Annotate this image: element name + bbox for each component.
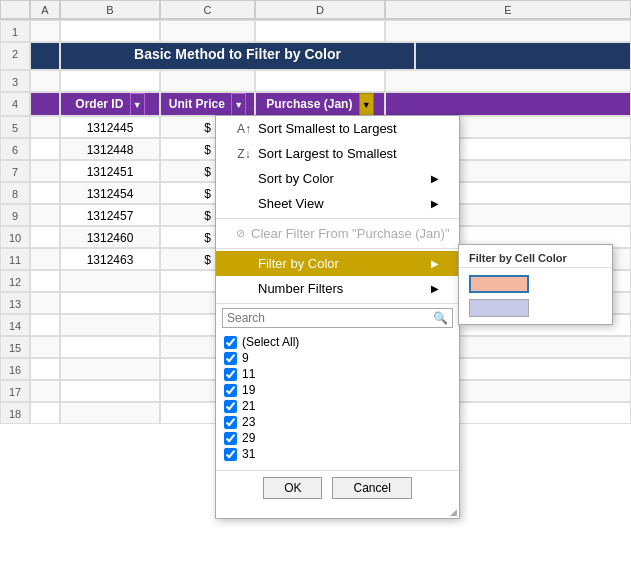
color-swatch-lavender[interactable] [469, 299, 529, 317]
spreadsheet-container: A B C D E 1 2 Basic Method to Filter by … [0, 0, 631, 584]
row-num-9: 9 [0, 204, 30, 226]
checkbox-list: (Select All) 9 11 19 21 23 [216, 332, 459, 466]
row-num-4: 4 [0, 92, 30, 116]
checkbox-31[interactable]: 31 [224, 446, 451, 462]
row-num-16: 16 [0, 358, 30, 380]
cell-e3 [385, 70, 631, 92]
cell-b10: 1312460 [60, 226, 160, 248]
cell-a5 [30, 116, 60, 138]
filter-color-submenu: Filter by Cell Color [458, 244, 613, 325]
unit-price-dropdown[interactable]: ▼ [231, 93, 246, 116]
checkbox-23-input[interactable] [224, 416, 237, 429]
row-num-12: 12 [0, 270, 30, 292]
search-box[interactable]: 🔍 [222, 308, 453, 328]
cell-a10 [30, 226, 60, 248]
cell-a11 [30, 248, 60, 270]
col-header-b: B [60, 0, 160, 19]
cell-a4 [30, 92, 60, 116]
submenu-title: Filter by Cell Color [459, 249, 612, 268]
row-num-5: 5 [0, 116, 30, 138]
checkbox-31-input[interactable] [224, 448, 237, 461]
menu-sort-asc[interactable]: A↑ Sort Smallest to Largest [216, 116, 459, 141]
cell-a14 [30, 314, 60, 336]
checkbox-29-input[interactable] [224, 432, 237, 445]
purchase-jan-dropdown[interactable]: ▼ [359, 93, 374, 116]
menu-number-filters[interactable]: Number Filters ▶ [216, 276, 459, 301]
cell-a12 [30, 270, 60, 292]
row-num-10: 10 [0, 226, 30, 248]
menu-filter-by-color[interactable]: Filter by Color ▶ [216, 251, 459, 276]
ok-button[interactable]: OK [263, 477, 322, 499]
checkbox-19[interactable]: 19 [224, 382, 451, 398]
color-swatch-salmon-item[interactable] [459, 272, 612, 296]
cell-e1 [385, 20, 631, 42]
cell-a3 [30, 70, 60, 92]
cell-a16 [30, 358, 60, 380]
col-header-c: C [160, 0, 255, 19]
filter-dropdown-menu: A↑ Sort Smallest to Largest Z↓ Sort Larg… [215, 115, 460, 519]
clear-filter-icon: ⊘ [236, 227, 245, 240]
resize-handle[interactable]: ◢ [216, 507, 459, 518]
cell-b1 [60, 20, 160, 42]
cell-a17 [30, 380, 60, 402]
row-num-11: 11 [0, 248, 30, 270]
header-order-id: Order ID ▼ [60, 92, 160, 116]
color-swatch-lavender-item[interactable] [459, 296, 612, 320]
dialog-buttons: OK Cancel [216, 470, 459, 507]
menu-sort-by-color[interactable]: Sort by Color ▶ [216, 166, 459, 191]
corner-cell [0, 0, 30, 19]
row-num-6: 6 [0, 138, 30, 160]
row-num-15: 15 [0, 336, 30, 358]
cell-a1 [30, 20, 60, 42]
number-filters-arrow: ▶ [431, 283, 439, 294]
checkbox-11[interactable]: 11 [224, 366, 451, 382]
row-num-3: 3 [0, 70, 30, 92]
cell-b13 [60, 292, 160, 314]
row-num-2: 2 [0, 42, 30, 70]
cell-b3 [60, 70, 160, 92]
checkbox-21[interactable]: 21 [224, 398, 451, 414]
row-num-13: 13 [0, 292, 30, 314]
cell-e4 [385, 92, 631, 116]
row-num-8: 8 [0, 182, 30, 204]
cell-a15 [30, 336, 60, 358]
cell-d3 [255, 70, 385, 92]
menu-sheet-view[interactable]: Sheet View ▶ [216, 191, 459, 216]
sort-color-arrow: ▶ [431, 173, 439, 184]
sort-desc-icon: Z↓ [236, 147, 252, 161]
checkbox-11-input[interactable] [224, 368, 237, 381]
checkbox-select-all[interactable]: (Select All) [224, 334, 451, 350]
cell-b17 [60, 380, 160, 402]
cell-b7: 1312451 [60, 160, 160, 182]
menu-clear-filter[interactable]: ⊘ Clear Filter From "Purchase (Jan)" [216, 221, 459, 246]
checkbox-9-input[interactable] [224, 352, 237, 365]
cell-a9 [30, 204, 60, 226]
title-row: 2 Basic Method to Filter by Color [0, 42, 631, 70]
checkbox-21-input[interactable] [224, 400, 237, 413]
checkbox-29[interactable]: 29 [224, 430, 451, 446]
row-num-14: 14 [0, 314, 30, 336]
cell-a6 [30, 138, 60, 160]
cell-a13 [30, 292, 60, 314]
checkbox-select-all-input[interactable] [224, 336, 237, 349]
cell-b9: 1312457 [60, 204, 160, 226]
search-input[interactable] [227, 311, 433, 325]
cell-a18 [30, 402, 60, 424]
cell-b18 [60, 402, 160, 424]
checkbox-9[interactable]: 9 [224, 350, 451, 366]
order-id-dropdown[interactable]: ▼ [130, 93, 145, 116]
cell-b14 [60, 314, 160, 336]
row-3: 3 [0, 70, 631, 92]
color-swatch-salmon[interactable] [469, 275, 529, 293]
row-num-17: 17 [0, 380, 30, 402]
search-icon: 🔍 [433, 311, 448, 325]
checkbox-23[interactable]: 23 [224, 414, 451, 430]
title-cell: Basic Method to Filter by Color [60, 42, 415, 70]
checkbox-19-input[interactable] [224, 384, 237, 397]
header-unit-price: Unit Price ▼ [160, 92, 255, 116]
menu-sort-desc[interactable]: Z↓ Sort Largest to Smallest [216, 141, 459, 166]
header-row: 4 Order ID ▼ Unit Price ▼ Purchase (Jan)… [0, 92, 631, 116]
cancel-button[interactable]: Cancel [332, 477, 411, 499]
cell-b6: 1312448 [60, 138, 160, 160]
cell-c3 [160, 70, 255, 92]
